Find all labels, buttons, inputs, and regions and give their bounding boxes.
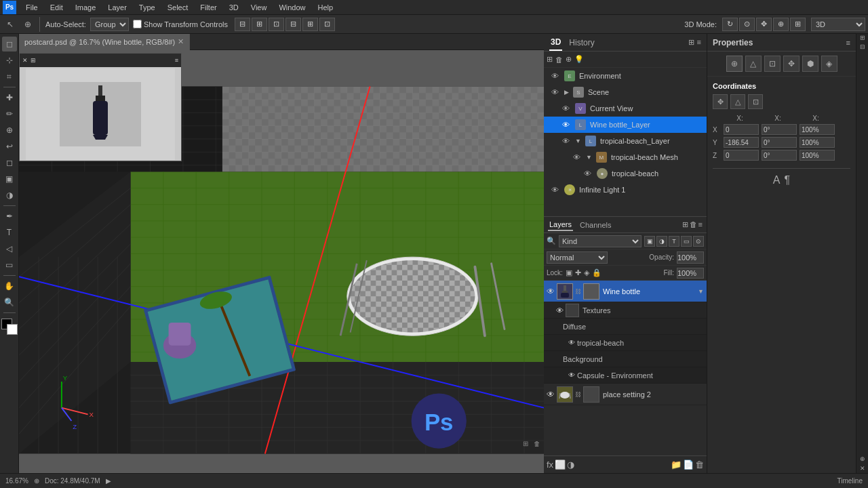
3d-mode-select[interactable]: 3D: [811, 18, 865, 31]
place-setting-vis[interactable]: 👁: [547, 390, 555, 399]
crop-tool[interactable]: ⊹: [2, 53, 17, 68]
far-right-icon-4[interactable]: ✕: [860, 465, 865, 472]
scene-expand[interactable]: ▶: [564, 89, 569, 96]
lock-pixels-btn[interactable]: ▣: [566, 268, 572, 277]
scene-item-current-view[interactable]: 👁 V Current View: [544, 100, 707, 117]
preview-close-icon[interactable]: ✕: [22, 57, 28, 64]
z-pos-input[interactable]: [724, 150, 759, 161]
scene-item-tropical-layer[interactable]: 👁 ▼ L tropical-beach_Layer: [544, 133, 707, 149]
timeline-label[interactable]: Timeline: [837, 477, 863, 485]
textures-vis[interactable]: 👁: [556, 306, 564, 314]
align-top[interactable]: ⊟: [285, 18, 301, 31]
panel-expand-icon[interactable]: ⊞: [688, 38, 694, 47]
capsule-env-vis[interactable]: 👁: [568, 371, 575, 379]
blend-mode-select[interactable]: Normal: [547, 251, 608, 264]
menu-file[interactable]: File: [20, 2, 43, 13]
delete-icon[interactable]: 🗑: [555, 56, 563, 64]
preview-expand-icon[interactable]: ⊞: [31, 57, 36, 64]
menu-filter[interactable]: Filter: [195, 2, 222, 13]
layer-background-sub[interactable]: Background: [544, 351, 707, 367]
brush-tool[interactable]: ✏: [2, 106, 17, 121]
add-light-icon[interactable]: 💡: [574, 55, 584, 64]
rotate-coord-icon[interactable]: △: [730, 94, 745, 109]
props-rotate-icon[interactable]: △: [745, 56, 762, 72]
scene-item-environment[interactable]: 👁 E Environment: [544, 68, 707, 84]
move-tool-icon[interactable]: ↖: [3, 17, 18, 32]
y-scale-input[interactable]: [800, 137, 835, 148]
scene-item-wine-bottle-layer[interactable]: 👁 L Wine bottle_Layer: [544, 117, 707, 133]
layer-textures[interactable]: 👁 Textures: [544, 302, 707, 319]
para-prop-icon[interactable]: ¶: [785, 174, 791, 186]
layers-delete-icon[interactable]: 🗑: [690, 220, 697, 229]
menu-view[interactable]: View: [245, 2, 273, 13]
canvas-tab-close[interactable]: ✕: [178, 37, 184, 46]
preview-menu-icon[interactable]: ≡: [175, 57, 178, 64]
props-extra2-icon[interactable]: ◈: [821, 56, 837, 72]
align-bottom[interactable]: ⊡: [319, 18, 335, 31]
layer-wine-bottle[interactable]: 👁 ⛓ Wine bottle ▼: [544, 281, 707, 302]
filter-shape-icon[interactable]: ▭: [681, 236, 692, 247]
far-right-icon-2[interactable]: ⊟: [860, 43, 865, 50]
x-rot-input[interactable]: [762, 124, 797, 135]
new-scene-icon[interactable]: ⊞: [547, 55, 553, 64]
canvas-content[interactable]: ✕ ⊞ ≡: [19, 50, 544, 473]
text-tool-prop-icon[interactable]: A: [773, 174, 781, 186]
props-menu-icon[interactable]: ≡: [846, 39, 850, 47]
layer-capsule-env[interactable]: 👁 Capsule - Environment: [544, 367, 707, 384]
move-coord-icon[interactable]: ✥: [713, 94, 728, 109]
transform-tool-icon[interactable]: ⊕: [20, 17, 35, 32]
background-color[interactable]: [7, 324, 18, 335]
menu-type[interactable]: Type: [134, 2, 161, 13]
menu-3d[interactable]: 3D: [224, 2, 244, 13]
selection-tool[interactable]: ◻: [2, 37, 17, 52]
filter-adjust-icon[interactable]: ◑: [656, 236, 667, 247]
auto-select-type[interactable]: Group Layer: [90, 18, 129, 31]
dodge-tool[interactable]: ◑: [2, 188, 17, 203]
wine-bottle-expand[interactable]: ▼: [698, 288, 704, 295]
3d-mode-roll[interactable]: ⊙: [739, 18, 755, 31]
hand-tool[interactable]: ✋: [2, 279, 17, 293]
zoom-tool[interactable]: 🔍: [2, 295, 17, 310]
filter-smart-icon[interactable]: ⊙: [693, 236, 704, 247]
scene-item-light[interactable]: 👁 ☀ Infinite Light 1: [544, 182, 707, 198]
history-brush[interactable]: ↩: [2, 139, 17, 154]
tropical-layer-vis[interactable]: 👁: [560, 136, 571, 146]
props-move3d-icon[interactable]: ✥: [783, 56, 800, 72]
filter-pixel-icon[interactable]: ▣: [644, 236, 655, 247]
scene-item-tropical-mat[interactable]: 👁 ● tropical-beach: [544, 165, 707, 182]
layers-menu-icon[interactable]: ≡: [698, 220, 703, 229]
eraser-tool[interactable]: ◻: [2, 155, 17, 170]
light-vis-icon[interactable]: 👁: [549, 184, 560, 195]
z-rot-input[interactable]: [762, 150, 797, 161]
view-vis-icon[interactable]: 👁: [560, 103, 571, 114]
adjustment-btn[interactable]: ◑: [567, 460, 574, 470]
text-tool[interactable]: T: [2, 225, 17, 240]
tab-3d[interactable]: 3D: [549, 35, 562, 51]
layer-diffuse[interactable]: Diffuse: [544, 319, 707, 335]
fill-input[interactable]: [677, 268, 704, 279]
tab-history[interactable]: History: [568, 35, 595, 50]
filter-text-icon[interactable]: T: [669, 236, 679, 247]
scale-coord-icon[interactable]: ⊡: [748, 94, 763, 109]
x-pos-input[interactable]: [724, 124, 759, 135]
3d-mode-scale[interactable]: ⊞: [790, 18, 806, 31]
mesh-expand[interactable]: ▼: [586, 154, 592, 161]
layer-place-setting[interactable]: 👁 ⛓ place setting 2: [544, 384, 707, 405]
progress-arrow[interactable]: ▶: [106, 477, 111, 485]
y-rot-input[interactable]: [762, 137, 797, 148]
x-scale-input[interactable]: [800, 124, 835, 135]
y-pos-input[interactable]: [724, 137, 759, 148]
menu-window[interactable]: Window: [273, 2, 311, 13]
3d-mode-pan[interactable]: ✥: [756, 18, 772, 31]
layers-new-icon[interactable]: ⊞: [682, 220, 688, 229]
3d-mode-rotate[interactable]: ↻: [722, 18, 738, 31]
fg-bg-colors[interactable]: [1, 319, 18, 335]
z-scale-input[interactable]: [800, 150, 835, 161]
add-style-btn[interactable]: fx: [547, 460, 553, 470]
zoom-icon[interactable]: ⊕: [34, 477, 39, 485]
clone-tool[interactable]: ⊕: [2, 123, 17, 138]
eyedropper-tool[interactable]: ⌗: [2, 69, 17, 84]
opacity-input[interactable]: [677, 251, 704, 264]
menu-layer[interactable]: Layer: [102, 2, 132, 13]
canvas-tab-postcard[interactable]: postcard.psd @ 16.7% (Wine bottle, RGB/8…: [19, 34, 190, 50]
